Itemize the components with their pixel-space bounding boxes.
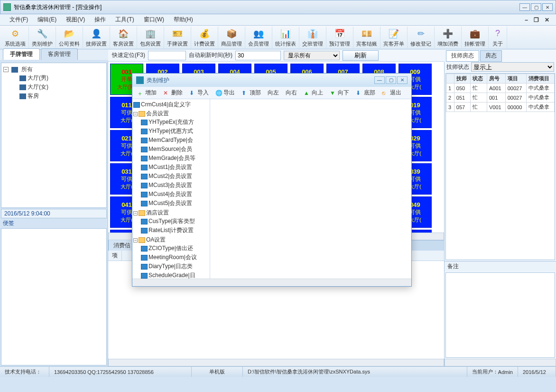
toolbar-14[interactable]: 📝宾客开单 bbox=[380, 27, 408, 48]
maximize-button[interactable]: ▢ bbox=[531, 3, 541, 11]
toolbar-11[interactable]: 👔交班管理 bbox=[299, 27, 326, 48]
tree-collapse-icon[interactable]: − bbox=[3, 67, 9, 72]
status-bar: 技术支持电话： 13694203350 QQ:1725542950 137028… bbox=[0, 366, 556, 377]
tree-leaf[interactable]: MemGrade|会员等 bbox=[141, 154, 209, 163]
tree-leaf[interactable]: MCust3|会员设置 bbox=[141, 181, 209, 190]
tree-folder[interactable]: −会员设置YHTypeEx|充值方YHType|优惠方式MemCardType|… bbox=[133, 109, 209, 208]
horizontal-scrollbar[interactable] bbox=[445, 359, 556, 366]
display-filter-select[interactable]: 显示所有 bbox=[284, 51, 340, 60]
tree-leaf[interactable]: MCust1|会员设置 bbox=[141, 163, 209, 172]
toolbar-13[interactable]: 💴宾客结账 bbox=[353, 27, 380, 48]
dlg-btn-8[interactable]: ▼向下 bbox=[327, 88, 352, 98]
refresh-button[interactable]: 刷新 bbox=[343, 50, 379, 61]
toolbar-17[interactable]: 💼挂帐管理 bbox=[462, 27, 489, 48]
toolbar-0[interactable]: ⚙系统选项 bbox=[2, 27, 29, 48]
tree-leaf[interactable]: MeetingRoom|会议 bbox=[141, 253, 209, 262]
dialog-close[interactable]: ✕ bbox=[397, 76, 408, 84]
dlg-btn-0[interactable]: ＋增加 bbox=[134, 88, 159, 98]
dlg-btn-10[interactable]: ⎋退出 bbox=[379, 88, 404, 98]
toolbar-10[interactable]: 📊统计报表 bbox=[272, 27, 299, 48]
horizontal-scrollbar[interactable] bbox=[108, 359, 444, 366]
toolbar-6[interactable]: 🎫手牌设置 bbox=[164, 27, 191, 48]
tree-leaf[interactable]: MCust2|会员设置 bbox=[141, 172, 209, 181]
menu-edit[interactable]: 编辑(E) bbox=[33, 15, 61, 25]
tree-leaf[interactable]: MemCardType|会 bbox=[141, 136, 209, 145]
dlg-btn-6[interactable]: 向右 bbox=[283, 88, 300, 98]
menu-window[interactable]: 窗口(W) bbox=[139, 15, 169, 25]
toolbar-18[interactable]: ?关于 bbox=[489, 27, 507, 48]
dialog-maximize[interactable]: ▢ bbox=[386, 76, 396, 84]
menu-view[interactable]: 视图(V) bbox=[61, 15, 90, 25]
dlg-btn-2[interactable]: ⬇导入 bbox=[186, 88, 212, 98]
tech-col[interactable]: 房号 bbox=[487, 74, 505, 84]
tree-leaf[interactable]: RateList|计费设置 bbox=[141, 226, 209, 235]
tree-leaf[interactable]: ZCIOType|借出还 bbox=[141, 244, 209, 253]
toolbar-3[interactable]: 👤技师设置 bbox=[83, 27, 110, 48]
tech-col[interactable]: 消费项目 bbox=[526, 74, 554, 84]
tech-col[interactable]: 技师 bbox=[454, 74, 471, 84]
toolbar-16[interactable]: ➕增加消费 bbox=[435, 27, 462, 48]
dlg-btn-1[interactable]: ✕删除 bbox=[160, 88, 185, 98]
menu-tools[interactable]: 工具(T) bbox=[111, 15, 139, 25]
tree-folder[interactable]: −OA设置ZCIOType|借出还MeetingRoom|会议DiaryType… bbox=[133, 235, 209, 279]
menu-file[interactable]: 文件(F) bbox=[5, 15, 33, 25]
tab-tag-mgmt[interactable]: 手牌管理 bbox=[3, 48, 40, 60]
tree-leaf[interactable]: DiaryType|日志类 bbox=[141, 262, 209, 271]
toolbar-5[interactable]: 🏢包房设置 bbox=[137, 27, 164, 48]
tree-leaf[interactable]: CusType|宾客类型 bbox=[141, 217, 209, 226]
tab-room-status[interactable]: 房态 bbox=[480, 50, 502, 62]
dlg-btn-9[interactable]: ⬇底部 bbox=[353, 88, 378, 98]
dlg-btn-4[interactable]: ⬆顶部 bbox=[239, 88, 264, 98]
dialog-minimize[interactable]: — bbox=[374, 76, 385, 84]
dialog-titlebar[interactable]: 类别维护 — ▢ ✕ bbox=[132, 74, 411, 87]
toolbar-2[interactable]: 📂公司资料 bbox=[56, 27, 83, 48]
dlg-btn-3[interactable]: 🌐导出 bbox=[213, 88, 238, 98]
tree-leaf[interactable]: MemSource|会员 bbox=[141, 145, 209, 154]
toolbar-1[interactable]: 🔧类别维护 bbox=[29, 27, 56, 48]
mdi-close[interactable]: ✕ bbox=[543, 17, 551, 23]
dlg-btn-5[interactable]: 向左 bbox=[265, 88, 282, 98]
table-row[interactable]: 3057忙V00100000中式桑拿 bbox=[446, 103, 555, 112]
toolbar-9[interactable]: 👥会员管理 bbox=[245, 27, 272, 48]
refresh-interval-input[interactable] bbox=[235, 51, 281, 60]
tech-col[interactable] bbox=[446, 74, 454, 84]
tab-room-mgmt[interactable]: 客房管理 bbox=[41, 48, 78, 60]
app-icon bbox=[3, 3, 11, 11]
tech-status-select[interactable]: 显示上 bbox=[471, 62, 554, 72]
table-row[interactable]: 1050忙A00100027中式桑拿 bbox=[446, 84, 555, 93]
close-button[interactable]: ✕ bbox=[542, 3, 553, 11]
tab-tech-status[interactable]: 技师房态 bbox=[446, 50, 479, 62]
tree-leaf[interactable]: YHType|优惠方式 bbox=[141, 127, 209, 136]
dlg-btn-7[interactable]: ▲向上 bbox=[301, 88, 326, 98]
toolbar-7[interactable]: 💰计费设置 bbox=[191, 27, 218, 48]
tree-folder[interactable]: −酒店设置CusType|宾客类型RateList|计费设置 bbox=[133, 208, 209, 235]
mdi-minimize[interactable]: – bbox=[523, 17, 530, 23]
tree-leaf[interactable]: CrmCust4|自定义字 bbox=[133, 100, 209, 109]
collapse-icon[interactable]: − bbox=[133, 112, 138, 116]
toolbar-12[interactable]: 📅预订管理 bbox=[326, 27, 353, 48]
toolbar-4[interactable]: 🏠客房设置 bbox=[110, 27, 137, 48]
table-row[interactable]: 2051忙00100027中式桑拿 bbox=[446, 93, 555, 103]
menu-help[interactable]: 帮助(H) bbox=[169, 15, 198, 25]
tree-leaf[interactable]: MCust5|会员设置 bbox=[141, 199, 209, 208]
tech-col[interactable]: 状态 bbox=[471, 74, 487, 84]
toolbar-15[interactable]: ✏修改登记 bbox=[408, 27, 435, 48]
tree-hall-male[interactable]: 大厅(男) bbox=[28, 75, 48, 81]
dialog-scrollbar[interactable] bbox=[132, 279, 411, 286]
toolbar-8[interactable]: 📦商品管理 bbox=[218, 27, 245, 48]
menu-operate[interactable]: 操作 bbox=[90, 15, 111, 25]
tree-leaf[interactable]: MCust4|会员设置 bbox=[141, 190, 209, 199]
quick-locate-input[interactable] bbox=[148, 51, 186, 60]
tree-leaf[interactable]: YHTypeEx|充值方 bbox=[141, 118, 209, 127]
mdi-restore[interactable]: ❐ bbox=[532, 17, 541, 23]
collapse-icon[interactable]: − bbox=[133, 238, 138, 243]
tree-root[interactable]: 所有 bbox=[21, 66, 33, 73]
tree-hall-female[interactable]: 大厅(女) bbox=[28, 84, 48, 90]
remark-body[interactable] bbox=[445, 272, 555, 358]
tech-col[interactable]: 项目 bbox=[505, 74, 526, 84]
note-textarea[interactable] bbox=[1, 228, 107, 365]
tree-guestroom[interactable]: 客房 bbox=[28, 93, 39, 99]
minimize-button[interactable]: — bbox=[519, 3, 530, 11]
tree-leaf[interactable]: ScheduleGrade|日 bbox=[141, 271, 209, 279]
collapse-icon[interactable]: − bbox=[133, 211, 138, 215]
